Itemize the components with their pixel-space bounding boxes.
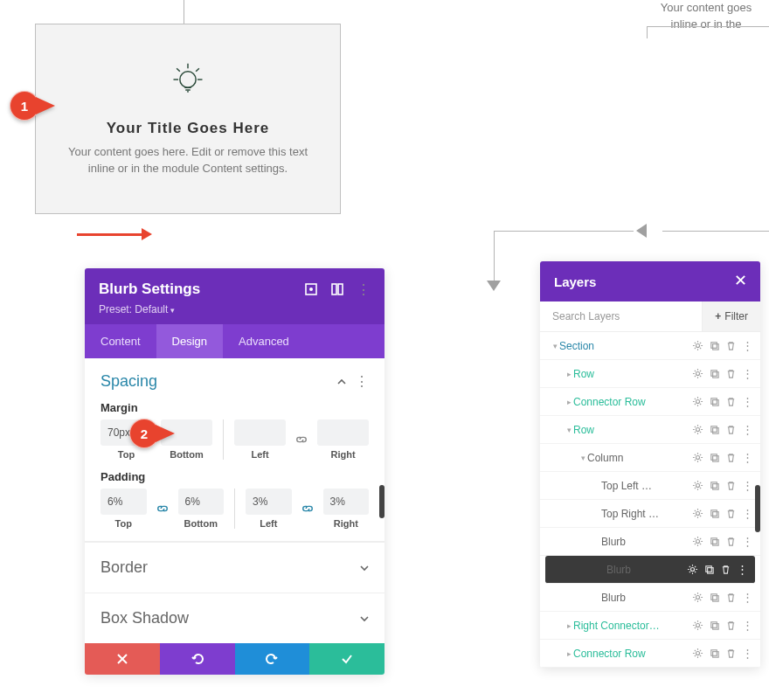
toggle-icon[interactable]: ▾ [565,426,573,434]
duplicate-icon[interactable] [709,368,720,379]
more-icon[interactable]: ⋮ [742,480,753,491]
toggle-icon[interactable]: ▸ [565,370,573,378]
trash-icon[interactable] [725,648,737,659]
layer-row[interactable]: ▾Section ⋮ [540,332,760,360]
duplicate-icon[interactable] [709,592,720,603]
gear-icon[interactable] [692,424,703,435]
gear-icon[interactable] [692,480,703,491]
layer-row[interactable]: ▸Connector Row ⋮ [540,388,760,416]
spacing-title[interactable]: Spacing [100,372,157,391]
padding-right-input[interactable] [323,489,370,515]
padding-top-input[interactable] [100,489,147,515]
link-icon-active-2[interactable] [301,502,315,516]
link-icon-active[interactable] [156,502,170,516]
layer-row[interactable]: Top Right … ⋮ [540,500,760,528]
layer-row[interactable]: Blurb ⋮ [540,528,760,556]
settings-scrollbar[interactable] [379,485,384,518]
link-icon[interactable] [294,433,308,447]
toggle-icon[interactable]: ▸ [565,649,573,658]
gear-icon[interactable] [692,620,703,631]
box-shadow-section[interactable]: Box Shadow [85,593,384,643]
layers-scrollbar[interactable] [755,485,760,532]
trash-icon[interactable] [725,536,737,547]
more-icon[interactable]: ⋮ [742,648,753,659]
toggle-icon[interactable]: ▸ [565,621,573,630]
gear-icon[interactable] [692,648,703,659]
border-section[interactable]: Border [85,542,384,593]
section-more-icon[interactable] [355,373,369,390]
more-icon[interactable]: ⋮ [742,508,753,519]
more-icon[interactable]: ⋮ [742,424,753,435]
close-icon[interactable] [735,274,746,289]
tab-advanced[interactable]: Advanced [223,324,305,358]
toggle-icon[interactable]: ▸ [565,398,573,406]
duplicate-icon[interactable] [709,452,720,463]
duplicate-icon[interactable] [709,340,720,351]
gear-icon[interactable] [692,396,703,407]
more-icon[interactable]: ⋮ [742,396,753,407]
more-icon[interactable]: ⋮ [742,452,753,463]
blurb-card[interactable]: Your Title Goes Here Your content goes h… [35,24,341,214]
trash-icon[interactable] [725,592,737,603]
layer-row[interactable]: ▾Column ⋮ [540,444,760,472]
duplicate-icon[interactable] [709,536,720,547]
duplicate-icon[interactable] [703,564,715,575]
expand-icon[interactable] [304,282,318,296]
trash-icon[interactable] [725,452,737,463]
trash-icon[interactable] [725,424,737,435]
responsive-icon[interactable] [330,282,344,296]
duplicate-icon[interactable] [709,480,720,491]
undo-button[interactable] [160,643,235,675]
duplicate-icon[interactable] [709,508,720,519]
trash-icon[interactable] [720,564,731,575]
save-button[interactable] [309,643,384,675]
more-icon[interactable]: ⋮ [742,368,753,379]
toggle-icon[interactable]: ▾ [578,454,587,462]
gear-icon[interactable] [692,536,703,547]
trash-icon[interactable] [725,396,737,407]
margin-left-input[interactable] [234,419,286,446]
more-icon[interactable]: ⋮ [742,592,753,603]
gear-icon[interactable] [687,564,698,575]
discard-button[interactable] [85,643,160,675]
more-icon[interactable]: ⋮ [742,620,753,631]
toggle-icon[interactable]: ▾ [551,342,559,350]
blurb-body[interactable]: Your content goes here. Edit or remove t… [57,144,319,177]
trash-icon[interactable] [725,480,737,491]
more-icon[interactable] [357,282,371,296]
layer-row[interactable]: ▸Connector Row ⋮ [540,640,760,668]
trash-icon[interactable] [725,508,737,519]
duplicate-icon[interactable] [709,396,720,407]
layer-row[interactable]: ▸Row ⋮ [540,360,760,388]
redo-button[interactable] [235,643,310,675]
search-input[interactable] [540,301,702,331]
layer-row[interactable]: ▸Right Connector… ⋮ [540,612,760,640]
trash-icon[interactable] [725,368,737,379]
duplicate-icon[interactable] [709,620,720,631]
more-icon[interactable]: ⋮ [737,564,748,575]
more-icon[interactable]: ⋮ [742,340,753,351]
gear-icon[interactable] [692,452,703,463]
padding-bottom-input[interactable] [178,489,225,515]
layer-row[interactable]: Top Left … ⋮ [540,472,760,500]
duplicate-icon[interactable] [709,424,720,435]
trash-icon[interactable] [725,620,737,631]
layer-row[interactable]: ▾Row ⋮ [540,416,760,444]
gear-icon[interactable] [692,592,703,603]
more-icon[interactable]: ⋮ [742,536,753,547]
gear-icon[interactable] [692,508,703,519]
layer-row[interactable]: Blurb ⋮ [540,584,760,612]
tab-content[interactable]: Content [85,324,156,358]
layer-row[interactable]: Blurb ⋮ [545,556,755,584]
chevron-up-icon[interactable] [337,374,346,390]
preset-selector[interactable]: Preset: Default [99,303,371,315]
padding-left-input[interactable] [246,489,292,515]
margin-right-input[interactable] [317,419,369,446]
filter-button[interactable]: + Filter [702,301,760,331]
tab-design[interactable]: Design [156,324,223,358]
duplicate-icon[interactable] [709,648,720,659]
trash-icon[interactable] [725,340,737,351]
blurb-title[interactable]: Your Title Goes Here [107,120,270,137]
gear-icon[interactable] [692,340,703,351]
gear-icon[interactable] [692,368,703,379]
